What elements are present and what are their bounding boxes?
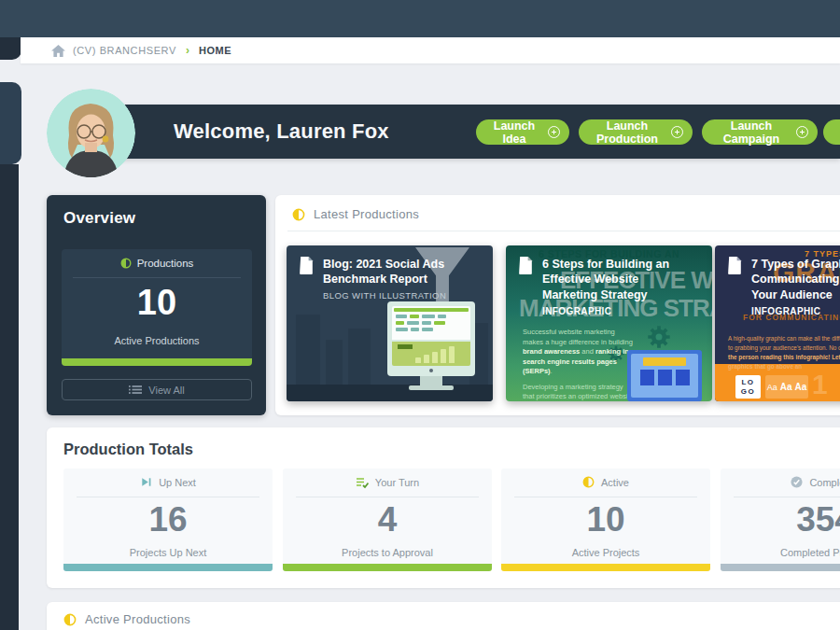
stat-card-your-turn[interactable]: Your Turn 4 Projects to Approval [283, 469, 492, 571]
active-productions-header: Active Productions [63, 612, 190, 626]
breadcrumb: (CV) BRANCHSERV › HOME [21, 37, 840, 63]
stat-label: Up Next [159, 477, 196, 488]
welcome-title: Welcome, Lauren Fox [174, 105, 389, 159]
pie-clock-icon [120, 258, 132, 269]
stat-color-bar [721, 564, 840, 571]
production-title: Communicating [751, 272, 840, 287]
active-productions-panel: Active Productions [47, 602, 840, 630]
sidebar-fragment-mid[interactable] [0, 82, 21, 164]
launch-extra-button[interactable] [823, 119, 840, 145]
divider [77, 497, 259, 497]
launch-campaign-button[interactable]: Launch Campaign [702, 119, 818, 145]
production-card-blog[interactable]: Blog: 2021 Social Ads Benchmark Report B… [287, 245, 493, 401]
check-circle-icon [791, 476, 803, 488]
document-icon [728, 257, 742, 274]
document-icon [519, 257, 533, 274]
stat-color-bar [63, 564, 273, 571]
skip-next-icon [140, 476, 152, 488]
view-all-button[interactable]: View All [62, 379, 252, 400]
production-title: Your Audience [751, 287, 840, 302]
production-totals-title: Production Totals [63, 441, 193, 458]
widget-sublabel: Active Productions [62, 335, 252, 346]
monitor-dot [429, 369, 433, 372]
skyline-shape [296, 315, 320, 385]
overview-panel: Overview Productions 10 Active Productio… [47, 195, 266, 415]
stat-card-active[interactable]: Active 10 Active Projects [501, 469, 710, 571]
production-title: Blog: 2021 Social Ads Benchmark Report [323, 258, 444, 286]
production-totals-panel: Production Totals Up Next 16 Projects Up… [47, 427, 840, 588]
monitor-stand [420, 376, 442, 385]
stat-sublabel: Active Projects [501, 547, 710, 558]
production-card-6-steps[interactable]: 6 STEPS FOR BUILDING AN EFFECTIVE WEBSIT… [506, 245, 712, 401]
widget-progress-bar [62, 358, 252, 366]
production-card-7-types[interactable]: 7 TYPES O GRAPH FOR COMMUNICATING WIT 7 … [715, 245, 840, 401]
section-title: Active Productions [85, 612, 190, 626]
stat-sublabel: Completed Projects [721, 547, 840, 558]
avatar [47, 89, 135, 177]
list-check-icon [356, 476, 369, 489]
clock-icon [63, 613, 77, 626]
plus-circle-icon [548, 126, 560, 138]
latest-productions-panel: Latest Productions [275, 195, 840, 415]
clock-icon [292, 208, 305, 221]
production-type: BLOG WITH ILLUSTRATION [323, 290, 474, 301]
production-title: 6 Steps for Building an Effective Websit… [542, 258, 669, 301]
breadcrumb-separator: › [186, 44, 189, 57]
divider [73, 277, 241, 278]
widget-label: Productions [137, 258, 194, 269]
dashboard-page: (CV) BRANCHSERV › HOME Welcome, Lauren F… [0, 0, 840, 630]
breadcrumb-current: HOME [199, 45, 231, 56]
sidebar-fragment-top [0, 37, 21, 60]
typography-tile: AaAaAa [765, 375, 808, 399]
list-icon [129, 385, 142, 395]
section-title: Latest Productions [314, 207, 419, 221]
stat-label: Completed [809, 477, 840, 488]
stat-color-bar [283, 564, 492, 571]
monitor-base [409, 385, 454, 390]
big-number: 1 [812, 369, 828, 400]
stat-card-up-next[interactable]: Up Next 16 Projects Up Next [63, 469, 273, 571]
top-navbar [0, 0, 840, 37]
divider [287, 231, 840, 231]
productions-widget[interactable]: Productions 10 Active Productions [62, 249, 252, 366]
card-body-text: A high-quality graphic can make all the … [728, 334, 840, 371]
plus-circle-icon [796, 126, 808, 138]
breadcrumb-root[interactable]: (CV) BRANCHSERV [73, 45, 176, 56]
sidebar-fragment-column [0, 164, 19, 630]
monitor-illustration [627, 350, 702, 401]
latest-productions-header: Latest Productions [292, 207, 419, 221]
stat-label: Your Turn [375, 477, 419, 488]
gear-icon [646, 324, 672, 350]
stat-value: 4 [283, 500, 492, 539]
production-type: INFOGRAPHIC [751, 305, 840, 317]
stat-value: 10 [501, 500, 710, 539]
widget-value: 10 [62, 283, 252, 323]
launch-idea-button[interactable]: Launch Idea [476, 119, 569, 145]
overview-title: Overview [63, 209, 135, 228]
stat-value: 16 [63, 500, 273, 539]
divider [514, 497, 697, 497]
skyline-shape [348, 329, 371, 385]
logo-tile: LOGO [735, 375, 761, 399]
stat-value: 354 [721, 500, 840, 539]
stat-color-bar [501, 564, 710, 571]
skyline-shape [326, 340, 343, 385]
document-icon [300, 257, 314, 274]
divider [734, 497, 840, 497]
home-icon[interactable] [51, 45, 65, 57]
stat-sublabel: Projects Up Next [63, 547, 273, 558]
stat-card-completed[interactable]: Completed 354 Completed Projects [721, 469, 840, 571]
production-title: 7 Types of Graph [751, 257, 840, 272]
production-type: INFOGRAPHIC [542, 305, 693, 317]
stat-sublabel: Projects to Approval [283, 547, 492, 558]
launch-production-button[interactable]: Launch Production [579, 119, 693, 145]
ground-shape [287, 385, 493, 401]
stat-label: Active [601, 477, 629, 488]
clock-icon [582, 476, 595, 488]
card-body-text: Successful website marketing makes a hug… [523, 328, 635, 401]
monitor-illustration [387, 301, 475, 376]
welcome-banner: Welcome, Lauren Fox Launch Idea Launch P… [101, 105, 840, 159]
plus-circle-icon [671, 126, 683, 138]
divider [296, 497, 479, 497]
